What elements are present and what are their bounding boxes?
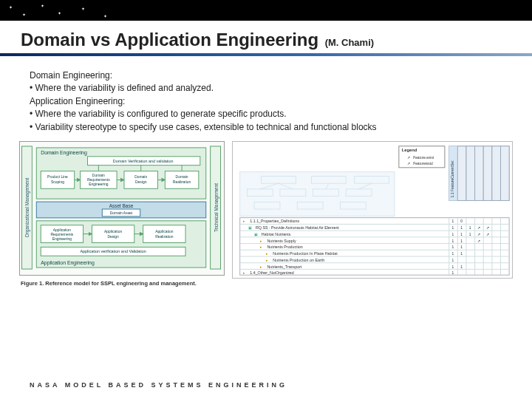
svg-text:1: 1 <box>452 226 454 230</box>
svg-text:1: 1 <box>452 252 454 256</box>
svg-text:▣: ▣ <box>254 232 258 236</box>
svg-text:Realization: Realization <box>155 235 174 239</box>
svg-text:1: 1 <box>460 252 463 256</box>
svg-text:1.4_Other_NotOrganized: 1.4_Other_NotOrganized <box>250 270 294 275</box>
svg-text:1: 1 <box>452 245 454 249</box>
svg-text:Realization: Realization <box>173 180 191 184</box>
svg-text:1.1  FeatureCurrentSet: 1.1 FeatureCurrentSet <box>450 160 454 198</box>
sec2-label: Application Engineering: <box>30 95 502 108</box>
figure-left: Organizational Management Technical Mana… <box>19 141 225 287</box>
svg-text:▸: ▸ <box>243 270 245 275</box>
svg-text:1: 1 <box>452 265 454 268</box>
svg-text:1: 1 <box>469 226 471 230</box>
svg-text:Asset Base: Asset Base <box>109 203 134 208</box>
svg-text:Design: Design <box>107 235 119 239</box>
svg-text:▸: ▸ <box>243 219 245 223</box>
svg-text:↗: ↗ <box>477 239 480 243</box>
svg-text:Organizational Management: Organizational Management <box>24 178 30 238</box>
svg-rect-71 <box>457 146 466 201</box>
svg-text:▸: ▸ <box>266 251 268 256</box>
svg-text:1: 1 <box>460 245 463 249</box>
feature-matrix-diagram: Legend ↗ Feature.exist ↗ Featureisstd 1.… <box>233 142 512 278</box>
svg-text:Application: Application <box>155 230 173 233</box>
svg-text:Domain Engineering: Domain Engineering <box>41 150 87 156</box>
svg-text:Domain Verification and valida: Domain Verification and validation <box>113 159 174 163</box>
svg-text:▣: ▣ <box>248 225 252 230</box>
svg-text:1.1.1_Properties_Definitions: 1.1.1_Properties_Definitions <box>250 219 299 223</box>
svg-rect-76 <box>500 146 509 201</box>
figure-row: Organizational Management Technical Mana… <box>0 134 532 287</box>
svg-rect-72 <box>466 146 475 201</box>
svg-text:1: 1 <box>452 271 454 275</box>
svg-text:Technical Management: Technical Management <box>214 183 219 232</box>
svg-text:Domain: Domain <box>92 174 105 177</box>
top-bar: ✦ ✦ ✦ ✦ ✦ ✦ <box>0 0 532 21</box>
svg-text:Habitat Nutrients: Habitat Nutrients <box>262 232 291 236</box>
svg-rect-74 <box>483 146 492 201</box>
body-text: Domain Engineering: • Where the variabil… <box>0 56 532 134</box>
footer-text: NASA MODEL BASED SYSTEMS ENGINEERING <box>30 381 287 389</box>
svg-text:1: 1 <box>452 219 454 223</box>
svg-text:↗: ↗ <box>407 161 410 166</box>
figure-right: Legend ↗ Feature.exist ↗ Featureisstd 1.… <box>232 141 513 279</box>
svg-text:Featureisstd: Featureisstd <box>413 162 433 166</box>
svg-text:▸: ▸ <box>260 264 262 268</box>
svg-text:Nutrients Supply: Nutrients Supply <box>267 239 296 243</box>
svg-text:0: 0 <box>460 219 463 223</box>
svg-text:RQ.SS : Provide Astronauts Hab: RQ.SS : Provide Astronauts Habitat Air E… <box>256 225 339 230</box>
svg-text:1: 1 <box>460 233 463 236</box>
sec1-label: Domain Engineering: <box>30 69 502 82</box>
svg-text:1: 1 <box>469 233 471 236</box>
svg-text:Product Line: Product Line <box>47 175 68 179</box>
sec2-bullet-2: • Variability stereotype to specify use … <box>30 121 502 134</box>
svg-rect-75 <box>492 146 501 201</box>
svg-text:Nutrients Production: Nutrients Production <box>267 245 303 249</box>
svg-text:Nutrients_Transport: Nutrients_Transport <box>267 264 302 268</box>
figure-left-caption: Figure 1. Reference model for SSPL engin… <box>19 279 225 287</box>
svg-text:↗: ↗ <box>486 226 489 230</box>
svg-text:↗: ↗ <box>486 233 489 236</box>
svg-text:Nutrients Production on Earth: Nutrients Production on Earth <box>273 258 324 262</box>
svg-text:▸: ▸ <box>260 239 262 243</box>
svg-text:1: 1 <box>452 259 454 262</box>
sec1-bullet-1: • Where the variability is defined and a… <box>30 82 502 95</box>
svg-text:1: 1 <box>460 239 463 243</box>
svg-text:Legend: Legend <box>402 148 417 152</box>
svg-text:Domain: Domain <box>134 175 147 179</box>
svg-text:Feature.exist: Feature.exist <box>413 156 434 160</box>
svg-text:▸: ▸ <box>260 245 262 249</box>
svg-text:Domain: Domain <box>176 175 188 179</box>
svg-text:Application verification and V: Application verification and Validation <box>80 249 146 253</box>
svg-rect-73 <box>475 146 484 201</box>
sec2-bullet-1: • Where the variability is configured to… <box>30 108 502 120</box>
svg-rect-53 <box>240 172 395 216</box>
attribution: (M. Chami) <box>325 37 374 48</box>
title-block: Domain vs Application Engineering (M. Ch… <box>0 21 532 56</box>
svg-text:Requirements: Requirements <box>51 233 74 236</box>
svg-text:Domain Asset: Domain Asset <box>110 211 133 215</box>
slide-title: Domain vs Application Engineering <box>21 30 318 50</box>
svg-text:Engineering: Engineering <box>89 183 109 186</box>
svg-text:Requirements: Requirements <box>87 178 110 182</box>
svg-text:Nutrients Production In Place : Nutrients Production In Place Habitat <box>273 251 338 256</box>
svg-text:1: 1 <box>460 226 463 230</box>
svg-text:↗: ↗ <box>407 155 410 160</box>
svg-text:1: 1 <box>452 239 454 243</box>
svg-text:Application Engineering: Application Engineering <box>41 260 95 266</box>
reference-model-diagram: Organizational Management Technical Mana… <box>19 141 225 276</box>
svg-text:1: 1 <box>452 233 454 236</box>
svg-text:↗: ↗ <box>477 226 480 230</box>
svg-text:1: 1 <box>460 265 463 268</box>
svg-text:Design: Design <box>135 180 147 184</box>
svg-text:Application: Application <box>104 230 122 233</box>
svg-text:Engineering: Engineering <box>52 236 72 240</box>
svg-text:Application: Application <box>53 228 71 232</box>
svg-text:▸: ▸ <box>266 258 268 262</box>
svg-text:Scoping: Scoping <box>51 180 64 184</box>
svg-text:↗: ↗ <box>477 233 480 236</box>
